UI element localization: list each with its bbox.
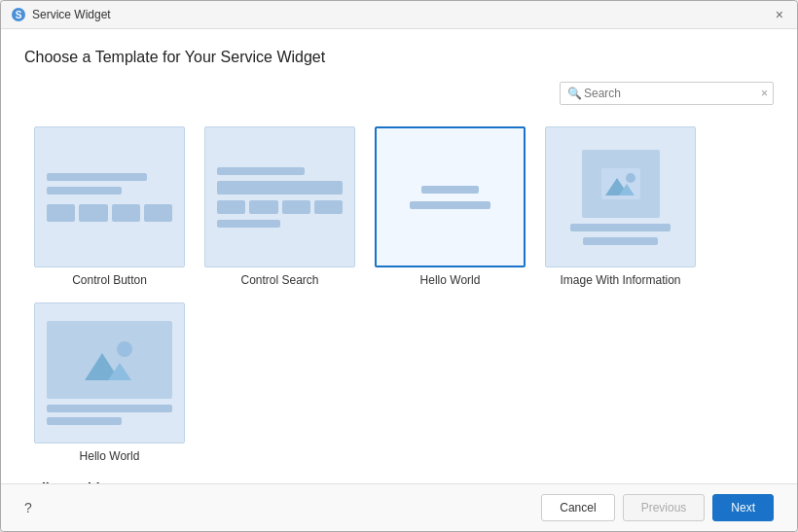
mountain-icon [601, 168, 640, 199]
footer-buttons: Cancel Previous Next [541, 494, 774, 521]
svg-point-7 [117, 341, 132, 357]
search-icon: 🔍 [567, 87, 582, 100]
help-icon[interactable]: ? [24, 500, 32, 515]
page-title: Choose a Template for Your Service Widge… [24, 49, 774, 66]
svg-text:S: S [16, 10, 22, 20]
svg-point-3 [626, 173, 635, 183]
template-thumb-control-search [204, 126, 355, 267]
title-bar-left: S Service Widget [11, 7, 111, 22]
search-bar: 🔍 × [24, 82, 774, 105]
dialog-footer: ? Cancel Previous Next [1, 483, 797, 531]
template-label-hello-world-2: Hello World [80, 449, 140, 463]
search-input-wrap: 🔍 × [560, 82, 774, 105]
templates-grid: Control Button [24, 119, 770, 471]
template-thumb-image-with-information [545, 126, 696, 267]
templates-scroll[interactable]: Control Button [24, 119, 774, 483]
template-label-control-search: Control Search [240, 273, 318, 287]
template-label-image-with-information: Image With Information [560, 273, 680, 287]
close-button[interactable]: × [772, 8, 787, 21]
next-button[interactable]: Next [712, 494, 774, 521]
search-input[interactable] [560, 82, 774, 105]
template-label-control-button: Control Button [72, 273, 147, 287]
template-item-control-search[interactable]: Control Search [195, 119, 365, 295]
app-icon: S [11, 7, 26, 22]
template-item-hello-world[interactable]: Hello World [365, 119, 535, 295]
template-thumb-control-button [34, 126, 185, 267]
previous-button[interactable]: Previous [623, 494, 706, 521]
dialog-body: Choose a Template for Your Service Widge… [1, 29, 797, 483]
template-label-hello-world: Hello World [420, 273, 481, 287]
template-item-control-button[interactable]: Control Button [24, 119, 195, 295]
template-thumb-hello-world-2 [34, 302, 185, 443]
selected-info: Hello World This template provides the b… [24, 471, 770, 483]
template-thumb-hello-world [375, 126, 526, 267]
cancel-button[interactable]: Cancel [541, 494, 614, 521]
template-item-hello-world-2[interactable]: Hello World [24, 295, 195, 471]
service-widget-dialog: S Service Widget × Choose a Template for… [0, 0, 798, 532]
templates-area: Control Button [24, 119, 774, 483]
landscape-icon [81, 336, 139, 384]
title-bar: S Service Widget × [1, 1, 797, 29]
search-clear-icon[interactable]: × [761, 87, 768, 100]
dialog-title: Service Widget [32, 8, 111, 21]
template-item-image-with-information[interactable]: Image With Information [535, 119, 706, 295]
